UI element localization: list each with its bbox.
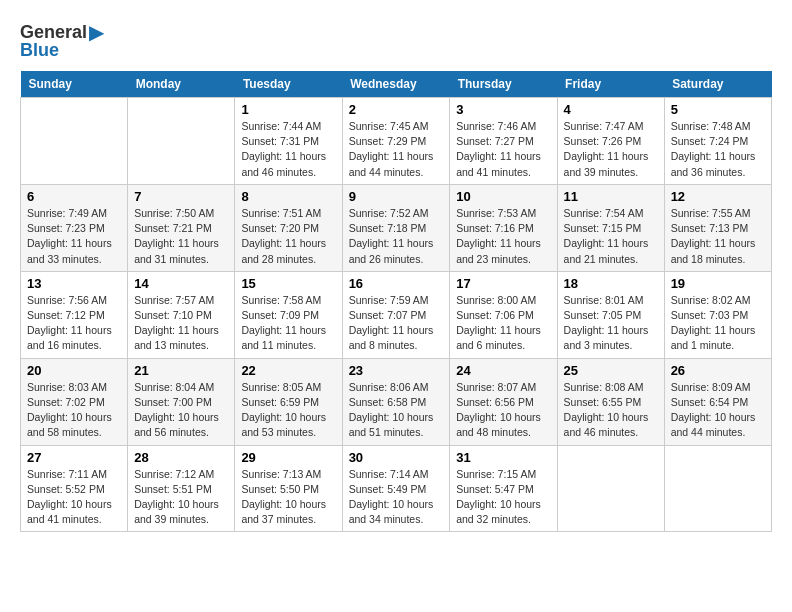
- day-info: Sunrise: 7:15 AMSunset: 5:47 PMDaylight:…: [456, 467, 550, 528]
- day-info: Sunrise: 7:13 AMSunset: 5:50 PMDaylight:…: [241, 467, 335, 528]
- calendar-week-5: 27Sunrise: 7:11 AMSunset: 5:52 PMDayligh…: [21, 445, 772, 532]
- calendar-cell: 5Sunrise: 7:48 AMSunset: 7:24 PMDaylight…: [664, 98, 771, 185]
- day-number: 6: [27, 189, 121, 204]
- calendar-cell: 28Sunrise: 7:12 AMSunset: 5:51 PMDayligh…: [128, 445, 235, 532]
- calendar-cell: 20Sunrise: 8:03 AMSunset: 7:02 PMDayligh…: [21, 358, 128, 445]
- logo: General ▶ Blue: [20, 20, 104, 61]
- calendar-week-2: 6Sunrise: 7:49 AMSunset: 7:23 PMDaylight…: [21, 184, 772, 271]
- calendar-cell: [21, 98, 128, 185]
- day-number: 14: [134, 276, 228, 291]
- day-info: Sunrise: 7:46 AMSunset: 7:27 PMDaylight:…: [456, 119, 550, 180]
- calendar-cell: 11Sunrise: 7:54 AMSunset: 7:15 PMDayligh…: [557, 184, 664, 271]
- calendar-week-3: 13Sunrise: 7:56 AMSunset: 7:12 PMDayligh…: [21, 271, 772, 358]
- day-number: 4: [564, 102, 658, 117]
- day-info: Sunrise: 8:07 AMSunset: 6:56 PMDaylight:…: [456, 380, 550, 441]
- day-info: Sunrise: 7:48 AMSunset: 7:24 PMDaylight:…: [671, 119, 765, 180]
- day-number: 19: [671, 276, 765, 291]
- day-info: Sunrise: 7:59 AMSunset: 7:07 PMDaylight:…: [349, 293, 444, 354]
- day-info: Sunrise: 8:03 AMSunset: 7:02 PMDaylight:…: [27, 380, 121, 441]
- calendar-cell: 26Sunrise: 8:09 AMSunset: 6:54 PMDayligh…: [664, 358, 771, 445]
- day-info: Sunrise: 7:44 AMSunset: 7:31 PMDaylight:…: [241, 119, 335, 180]
- calendar-header-row: SundayMondayTuesdayWednesdayThursdayFrid…: [21, 71, 772, 98]
- day-info: Sunrise: 7:54 AMSunset: 7:15 PMDaylight:…: [564, 206, 658, 267]
- day-info: Sunrise: 8:08 AMSunset: 6:55 PMDaylight:…: [564, 380, 658, 441]
- day-number: 2: [349, 102, 444, 117]
- day-number: 7: [134, 189, 228, 204]
- calendar-cell: 13Sunrise: 7:56 AMSunset: 7:12 PMDayligh…: [21, 271, 128, 358]
- calendar-table: SundayMondayTuesdayWednesdayThursdayFrid…: [20, 71, 772, 532]
- calendar-cell: 9Sunrise: 7:52 AMSunset: 7:18 PMDaylight…: [342, 184, 450, 271]
- logo-blue-text: Blue: [20, 40, 59, 61]
- day-info: Sunrise: 8:04 AMSunset: 7:00 PMDaylight:…: [134, 380, 228, 441]
- calendar-cell: 23Sunrise: 8:06 AMSunset: 6:58 PMDayligh…: [342, 358, 450, 445]
- day-number: 1: [241, 102, 335, 117]
- column-header-sunday: Sunday: [21, 71, 128, 98]
- day-number: 30: [349, 450, 444, 465]
- day-number: 8: [241, 189, 335, 204]
- day-number: 11: [564, 189, 658, 204]
- calendar-cell: 19Sunrise: 8:02 AMSunset: 7:03 PMDayligh…: [664, 271, 771, 358]
- day-info: Sunrise: 7:50 AMSunset: 7:21 PMDaylight:…: [134, 206, 228, 267]
- calendar-week-1: 1Sunrise: 7:44 AMSunset: 7:31 PMDaylight…: [21, 98, 772, 185]
- day-number: 28: [134, 450, 228, 465]
- day-info: Sunrise: 7:49 AMSunset: 7:23 PMDaylight:…: [27, 206, 121, 267]
- calendar-cell: 4Sunrise: 7:47 AMSunset: 7:26 PMDaylight…: [557, 98, 664, 185]
- day-number: 23: [349, 363, 444, 378]
- day-number: 5: [671, 102, 765, 117]
- calendar-cell: 22Sunrise: 8:05 AMSunset: 6:59 PMDayligh…: [235, 358, 342, 445]
- day-info: Sunrise: 7:51 AMSunset: 7:20 PMDaylight:…: [241, 206, 335, 267]
- day-number: 16: [349, 276, 444, 291]
- calendar-cell: 17Sunrise: 8:00 AMSunset: 7:06 PMDayligh…: [450, 271, 557, 358]
- day-info: Sunrise: 7:53 AMSunset: 7:16 PMDaylight:…: [456, 206, 550, 267]
- column-header-tuesday: Tuesday: [235, 71, 342, 98]
- day-number: 15: [241, 276, 335, 291]
- calendar-cell: 10Sunrise: 7:53 AMSunset: 7:16 PMDayligh…: [450, 184, 557, 271]
- day-number: 13: [27, 276, 121, 291]
- day-number: 20: [27, 363, 121, 378]
- day-number: 24: [456, 363, 550, 378]
- calendar-week-4: 20Sunrise: 8:03 AMSunset: 7:02 PMDayligh…: [21, 358, 772, 445]
- day-info: Sunrise: 7:45 AMSunset: 7:29 PMDaylight:…: [349, 119, 444, 180]
- calendar-cell: [664, 445, 771, 532]
- day-info: Sunrise: 8:09 AMSunset: 6:54 PMDaylight:…: [671, 380, 765, 441]
- page-header: General ▶ Blue: [20, 20, 772, 61]
- day-number: 31: [456, 450, 550, 465]
- day-info: Sunrise: 7:55 AMSunset: 7:13 PMDaylight:…: [671, 206, 765, 267]
- day-number: 17: [456, 276, 550, 291]
- column-header-thursday: Thursday: [450, 71, 557, 98]
- calendar-cell: 31Sunrise: 7:15 AMSunset: 5:47 PMDayligh…: [450, 445, 557, 532]
- day-info: Sunrise: 7:58 AMSunset: 7:09 PMDaylight:…: [241, 293, 335, 354]
- calendar-cell: 30Sunrise: 7:14 AMSunset: 5:49 PMDayligh…: [342, 445, 450, 532]
- day-info: Sunrise: 8:02 AMSunset: 7:03 PMDaylight:…: [671, 293, 765, 354]
- calendar-cell: 8Sunrise: 7:51 AMSunset: 7:20 PMDaylight…: [235, 184, 342, 271]
- calendar-cell: 7Sunrise: 7:50 AMSunset: 7:21 PMDaylight…: [128, 184, 235, 271]
- day-info: Sunrise: 7:56 AMSunset: 7:12 PMDaylight:…: [27, 293, 121, 354]
- day-info: Sunrise: 7:47 AMSunset: 7:26 PMDaylight:…: [564, 119, 658, 180]
- day-info: Sunrise: 7:12 AMSunset: 5:51 PMDaylight:…: [134, 467, 228, 528]
- day-number: 9: [349, 189, 444, 204]
- calendar-cell: 25Sunrise: 8:08 AMSunset: 6:55 PMDayligh…: [557, 358, 664, 445]
- calendar-cell: 2Sunrise: 7:45 AMSunset: 7:29 PMDaylight…: [342, 98, 450, 185]
- day-number: 29: [241, 450, 335, 465]
- calendar-cell: 27Sunrise: 7:11 AMSunset: 5:52 PMDayligh…: [21, 445, 128, 532]
- calendar-cell: 3Sunrise: 7:46 AMSunset: 7:27 PMDaylight…: [450, 98, 557, 185]
- calendar-cell: 29Sunrise: 7:13 AMSunset: 5:50 PMDayligh…: [235, 445, 342, 532]
- calendar-cell: 14Sunrise: 7:57 AMSunset: 7:10 PMDayligh…: [128, 271, 235, 358]
- calendar-cell: 18Sunrise: 8:01 AMSunset: 7:05 PMDayligh…: [557, 271, 664, 358]
- day-info: Sunrise: 8:06 AMSunset: 6:58 PMDaylight:…: [349, 380, 444, 441]
- calendar-cell: 1Sunrise: 7:44 AMSunset: 7:31 PMDaylight…: [235, 98, 342, 185]
- day-info: Sunrise: 8:01 AMSunset: 7:05 PMDaylight:…: [564, 293, 658, 354]
- logo-bird-icon: ▶: [89, 20, 104, 44]
- day-number: 3: [456, 102, 550, 117]
- column-header-saturday: Saturday: [664, 71, 771, 98]
- calendar-cell: 15Sunrise: 7:58 AMSunset: 7:09 PMDayligh…: [235, 271, 342, 358]
- day-number: 10: [456, 189, 550, 204]
- day-info: Sunrise: 7:52 AMSunset: 7:18 PMDaylight:…: [349, 206, 444, 267]
- calendar-cell: 21Sunrise: 8:04 AMSunset: 7:00 PMDayligh…: [128, 358, 235, 445]
- day-number: 18: [564, 276, 658, 291]
- day-number: 26: [671, 363, 765, 378]
- calendar-cell: 16Sunrise: 7:59 AMSunset: 7:07 PMDayligh…: [342, 271, 450, 358]
- calendar-cell: 12Sunrise: 7:55 AMSunset: 7:13 PMDayligh…: [664, 184, 771, 271]
- day-info: Sunrise: 7:14 AMSunset: 5:49 PMDaylight:…: [349, 467, 444, 528]
- calendar-cell: 24Sunrise: 8:07 AMSunset: 6:56 PMDayligh…: [450, 358, 557, 445]
